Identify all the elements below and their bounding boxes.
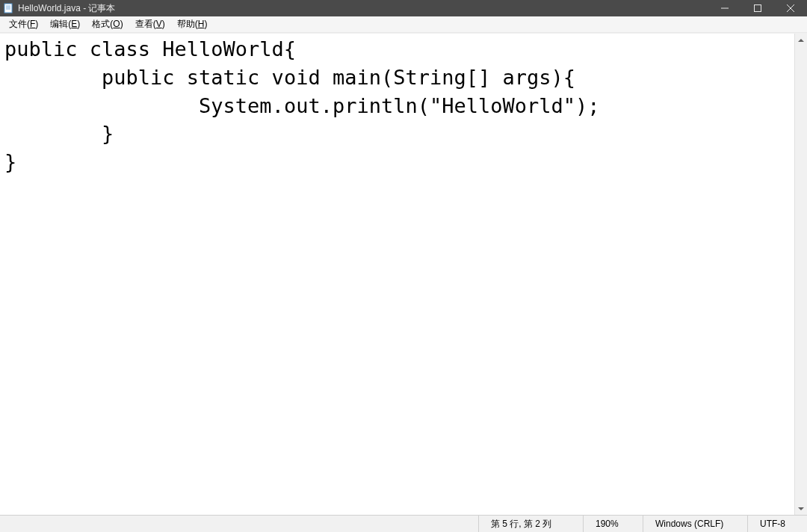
menu-file[interactable]: 文件(F) [3,16,44,32]
status-encoding: UTF-8 [747,516,807,532]
svg-marker-8 [798,39,804,42]
svg-rect-5 [755,5,761,12]
status-zoom: 190% [583,516,643,532]
menu-help[interactable]: 帮助(H) [171,16,214,32]
notepad-icon [3,3,13,13]
menu-format[interactable]: 格式(O) [86,16,129,32]
menubar: 文件(F) 编辑(E) 格式(O) 查看(V) 帮助(H) [0,16,807,33]
window-title: HelloWorld.java - 记事本 [18,2,708,15]
close-button[interactable] [774,0,807,16]
maximize-button[interactable] [741,0,774,16]
titlebar: HelloWorld.java - 记事本 [0,0,807,16]
menu-view[interactable]: 查看(V) [129,16,171,32]
minimize-button[interactable] [708,0,741,16]
status-line-ending: Windows (CRLF) [643,516,747,532]
svg-rect-0 [4,4,12,13]
svg-marker-9 [798,507,804,510]
scroll-up-icon[interactable] [795,34,807,46]
scroll-down-icon[interactable] [795,502,807,515]
window-controls [708,0,807,16]
text-editor[interactable]: public class HelloWorld{ public static v… [0,34,794,515]
menu-edit[interactable]: 编辑(E) [44,16,86,32]
status-position: 第 5 行, 第 2 列 [478,516,583,532]
content-area: public class HelloWorld{ public static v… [0,33,807,515]
statusbar: 第 5 行, 第 2 列 190% Windows (CRLF) UTF-8 [0,515,807,532]
vertical-scrollbar[interactable] [794,34,807,515]
